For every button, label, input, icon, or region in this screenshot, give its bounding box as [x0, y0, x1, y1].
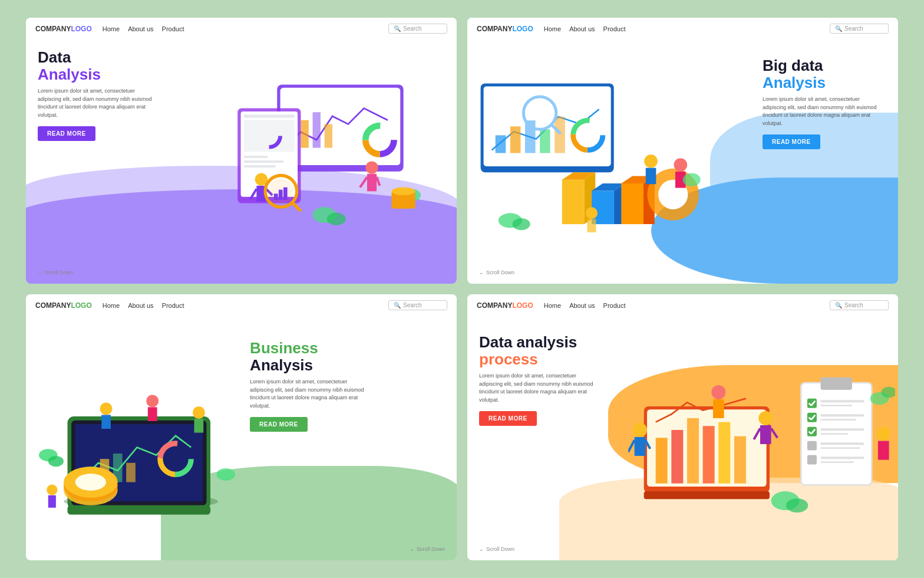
- card3-body: Business Analysis Lorem ipsum dolor sit …: [26, 316, 457, 560]
- svg-rect-91: [48, 495, 56, 508]
- svg-rect-115: [820, 419, 856, 421]
- svg-rect-79: [68, 505, 210, 515]
- nav-card3: COMPANYLOGO Home About us Product 🔍 Sear…: [26, 294, 457, 316]
- svg-point-94: [217, 468, 235, 481]
- logo-card1: COMPANYLOGO: [35, 25, 92, 33]
- nav-about-2[interactable]: About us: [569, 25, 595, 32]
- logo-card3: COMPANYLOGO: [35, 301, 92, 310]
- svg-rect-101: [718, 422, 730, 484]
- read-more-btn-2[interactable]: READ MoRE: [763, 134, 820, 149]
- search-icon-4: 🔍: [835, 302, 842, 308]
- scroll-label-4: Scroll Down: [486, 546, 514, 552]
- svg-line-27: [292, 202, 301, 211]
- svg-point-140: [786, 498, 808, 513]
- read-more-btn-1[interactable]: READ MORE: [38, 126, 95, 141]
- nav-card4: COMPANYLOGO Home About us Product 🔍 Sear…: [467, 294, 898, 316]
- logo-card4: COMPANYLOGO: [477, 301, 533, 310]
- nav-about-4[interactable]: About us: [569, 302, 595, 309]
- svg-rect-29: [279, 190, 283, 200]
- desc-4: Lorem ipsum dolor sit amet, consectetuer…: [479, 372, 597, 404]
- nav-product-4[interactable]: Product: [603, 302, 626, 309]
- svg-rect-99: [687, 418, 699, 484]
- svg-rect-123: [820, 447, 860, 449]
- nav-about-3[interactable]: About us: [128, 302, 153, 309]
- svg-rect-5: [325, 124, 332, 147]
- card-process: COMPANYLOGO Home About us Product 🔍 Sear…: [467, 294, 898, 560]
- read-more-btn-3[interactable]: READ MORE: [250, 417, 308, 432]
- nav-product-1[interactable]: Product: [162, 25, 184, 32]
- svg-point-86: [146, 395, 159, 407]
- title-line1-3: Business: [250, 340, 368, 357]
- svg-rect-14: [244, 156, 268, 158]
- svg-point-63: [586, 207, 598, 219]
- illus-2: [473, 51, 710, 271]
- nav-links-card3: Home About us Product: [103, 302, 378, 309]
- svg-line-24: [377, 177, 380, 186]
- title-line2-3: Analysis: [250, 357, 368, 374]
- nav-links-card4: Home About us Product: [544, 302, 819, 309]
- svg-rect-110: [820, 405, 852, 406]
- title-line2-2: Analysis: [763, 74, 880, 91]
- search-placeholder-2: Search: [844, 25, 863, 32]
- svg-rect-98: [671, 430, 683, 484]
- desc-3: Lorem ipsum dolor sit amet, consectetuer…: [250, 378, 368, 410]
- svg-rect-116: [807, 427, 817, 436]
- svg-point-90: [47, 484, 57, 495]
- scroll-down-3: ⌄ Scroll Down: [410, 546, 445, 552]
- svg-rect-126: [820, 461, 853, 463]
- svg-rect-52: [621, 183, 644, 224]
- svg-point-61: [674, 158, 687, 172]
- svg-point-137: [876, 427, 890, 441]
- svg-rect-125: [820, 457, 863, 459]
- card1-content: Data Analysis Lorem ipsum dolor sit amet…: [38, 49, 156, 141]
- scroll-icon-2: ⌄: [479, 270, 484, 275]
- nav-product-3[interactable]: Product: [162, 302, 184, 309]
- nav-home-2[interactable]: Home: [544, 25, 561, 32]
- svg-rect-105: [820, 377, 852, 390]
- title-line1-1: Data: [38, 49, 156, 66]
- svg-rect-85: [101, 415, 111, 429]
- card4-content: Data analysis process Lorem ipsum dolor …: [479, 334, 597, 426]
- svg-rect-114: [820, 414, 863, 416]
- svg-rect-119: [820, 428, 863, 431]
- nav-about-1[interactable]: About us: [128, 25, 153, 32]
- svg-rect-132: [713, 399, 724, 418]
- main-grid: COMPANYLOGO Home About us Product 🔍 Sear…: [26, 18, 898, 560]
- svg-rect-97: [655, 438, 667, 483]
- scroll-icon-4: ⌄: [479, 546, 484, 552]
- svg-rect-134: [760, 425, 771, 444]
- svg-rect-60: [646, 168, 656, 185]
- nav-card1: COMPANYLOGO Home About us Product 🔍 Sear…: [26, 18, 457, 40]
- logo-card2: COMPANYLOGO: [477, 25, 533, 33]
- svg-line-23: [360, 177, 367, 187]
- svg-illus-2: [473, 51, 710, 271]
- search-box-2[interactable]: 🔍 Search: [830, 24, 889, 34]
- scroll-label-2: Scroll Down: [486, 270, 514, 275]
- svg-rect-42: [555, 117, 565, 153]
- desc-2: Lorem ipsum dolor sit amet, consectetuer…: [763, 96, 880, 127]
- svg-illus-3: [29, 322, 253, 542]
- card3-content: Business Analysis Lorem ipsum dolor sit …: [250, 340, 368, 432]
- scroll-down-4: ⌄ Scroll Down: [479, 546, 514, 552]
- svg-rect-128: [634, 437, 645, 456]
- search-box-4[interactable]: 🔍 Search: [830, 300, 889, 310]
- title-line2-1: Analysis: [38, 66, 156, 83]
- svg-rect-109: [820, 400, 863, 402]
- nav-product-2[interactable]: Product: [603, 25, 626, 32]
- scroll-label-1: Scroll Down: [45, 270, 73, 275]
- svg-point-32: [327, 212, 346, 225]
- search-placeholder-3: Search: [403, 302, 422, 308]
- svg-point-66: [513, 218, 530, 230]
- nav-home-4[interactable]: Home: [544, 302, 561, 309]
- search-box-1[interactable]: 🔍 Search: [388, 24, 447, 34]
- desc-1: Lorem ipsum dolor sit amet, consectetuer…: [38, 87, 156, 119]
- card-data-analysis: COMPANYLOGO Home About us Product 🔍 Sear…: [26, 18, 457, 284]
- read-more-btn-4[interactable]: READ MORE: [479, 411, 537, 426]
- nav-home-3[interactable]: Home: [103, 302, 120, 309]
- search-box-3[interactable]: 🔍 Search: [388, 300, 447, 310]
- nav-home-1[interactable]: Home: [103, 25, 120, 32]
- svg-rect-89: [194, 419, 203, 433]
- svg-rect-64: [587, 219, 596, 232]
- nav-links-card1: Home About us Product: [103, 25, 378, 32]
- svg-rect-121: [807, 441, 817, 451]
